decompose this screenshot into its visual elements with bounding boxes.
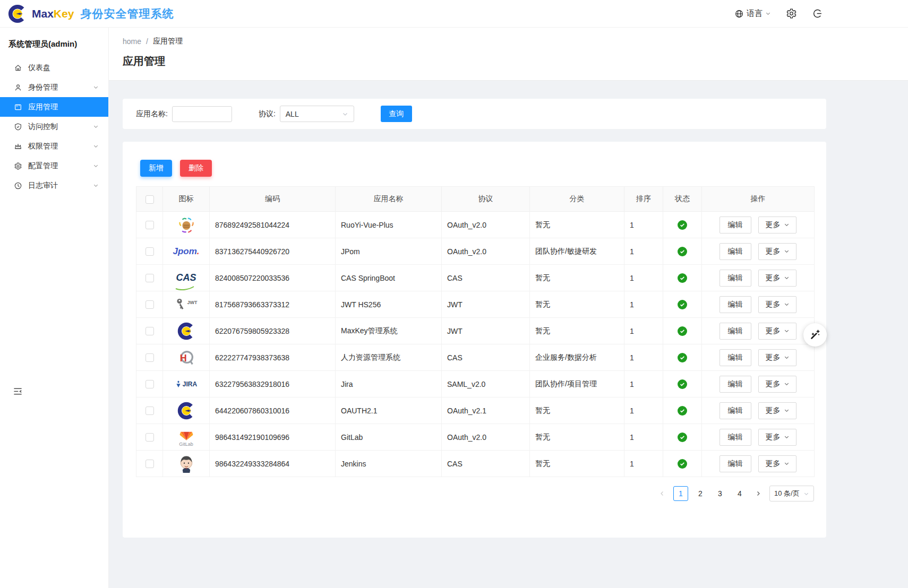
more-button[interactable]: 更多 [758,296,796,313]
edit-button[interactable]: 编辑 [719,402,751,419]
pagination-page-1[interactable]: 1 [673,486,688,501]
chevron-left-icon [659,490,665,497]
row-checkbox[interactable] [145,327,154,335]
more-button[interactable]: 更多 [758,270,796,287]
edit-button[interactable]: 编辑 [719,296,751,313]
pagination-page-4[interactable]: 4 [732,486,747,501]
row-checkbox[interactable] [145,300,154,309]
app-name: 人力资源管理系统 [336,344,442,371]
app-protocol: OAuth_v2.0 [442,212,530,238]
user-icon [14,83,22,92]
app-sort: 1 [624,265,663,291]
more-button[interactable]: 更多 [758,402,796,419]
app-code: 622227747938373638 [210,344,336,371]
row-checkbox[interactable] [145,247,154,256]
pagination-next-button[interactable] [752,486,765,501]
table-row: JIRA 632279563832918016 Jira SAML_v2.0 团… [136,371,815,397]
chevron-down-icon [342,111,348,117]
pagination-page-2[interactable]: 2 [693,486,708,501]
app-code: 824008507220033536 [210,265,336,291]
breadcrumb-home-link[interactable]: home [123,37,141,46]
brand-subtitle: 身份安全管理系统 [80,6,174,21]
app-category: 暂无 [530,424,624,451]
app-sort: 1 [624,318,663,344]
protocol-select[interactable]: ALL [280,106,354,122]
breadcrumb-current: 应用管理 [153,37,183,46]
add-button[interactable]: 新增 [140,160,172,177]
status-enabled-icon [678,326,687,336]
svg-text:H: H [179,352,186,363]
pagination-page-3[interactable]: 3 [713,486,727,501]
edit-button[interactable]: 编辑 [719,349,751,366]
edit-button[interactable]: 编辑 [719,429,751,446]
more-button[interactable]: 更多 [758,429,796,446]
row-checkbox[interactable] [145,433,154,442]
more-button[interactable]: 更多 [758,455,796,472]
app-code: 644220607860310016 [210,397,336,424]
app-protocol: JWT [442,318,530,344]
status-enabled-icon [678,379,687,389]
more-button[interactable]: 更多 [758,217,796,234]
app-sort: 1 [624,451,663,477]
more-button[interactable]: 更多 [758,376,796,393]
row-checkbox[interactable] [145,380,154,388]
ai-assistant-button[interactable] [803,323,827,347]
page-header: home / 应用管理 应用管理 [109,28,908,81]
app-name: JPom [336,238,442,265]
more-button[interactable]: 更多 [758,243,796,260]
sidebar-item-audit-log[interactable]: 日志审计 [0,176,108,195]
status-enabled-icon [678,406,687,416]
edit-button[interactable]: 编辑 [719,243,751,260]
delete-button[interactable]: 删除 [180,160,212,177]
sidebar-item-permissions[interactable]: 权限管理 [0,136,108,156]
chevron-down-icon [93,124,99,129]
sidebar-collapse-button[interactable] [13,386,23,396]
search-button[interactable]: 查询 [381,106,412,122]
pagination-prev-button[interactable] [656,486,669,501]
app-category: 暂无 [530,397,624,424]
header-actions: 语言 [734,8,823,19]
main-content: home / 应用管理 应用管理 应用名称: 协议: ALL 查询 新增 删除 [109,28,908,588]
app-name-filter-input[interactable] [172,106,232,122]
app-protocol: OAuth_v2.0 [442,424,530,451]
more-button[interactable]: 更多 [758,323,796,340]
table-header-row: 图标 编码 应用名称 协议 分类 排序 状态 操作 [136,187,815,212]
sidebar-item-identity[interactable]: 身份管理 [0,77,108,97]
row-checkbox[interactable] [145,460,154,468]
table-row: JWT 817568793663373312 JWT HS256 JWT 暂无 … [136,291,815,318]
table-row: 644220607860310016 OAUTH2.1 OAuth_v2.1 暂… [136,397,815,424]
sidebar-item-configuration[interactable]: 配置管理 [0,156,108,176]
row-checkbox[interactable] [145,274,154,282]
more-button[interactable]: 更多 [758,349,796,366]
table-row: H 622227747938373638 人力资源管理系统 CAS 企业服务/数… [136,344,815,371]
gitlab-app-icon: GitLab [179,427,194,448]
page-size-select[interactable]: 10 条/页 [769,486,814,501]
sidebar-item-applications[interactable]: 应用管理 [0,97,108,117]
edit-button[interactable]: 编辑 [719,217,751,234]
edit-button[interactable]: 编辑 [719,270,751,287]
settings-button[interactable] [786,8,797,19]
current-user-label: 系统管理员(admin) [0,28,108,54]
row-checkbox[interactable] [145,353,154,362]
language-switcher[interactable]: 语言 [734,8,771,19]
language-label: 语言 [747,8,763,19]
logout-button[interactable] [812,8,823,19]
sidebar-item-access-control[interactable]: 访问控制 [0,117,108,136]
row-checkbox[interactable] [145,221,154,229]
filter-panel: 应用名称: 协议: ALL 查询 [123,99,826,129]
app-code: 876892492581044224 [210,212,336,238]
jenkins-app-icon [177,454,196,474]
app-name: Jira [336,371,442,397]
gear-icon [14,162,22,170]
select-all-checkbox[interactable] [145,195,154,204]
gear-icon [786,8,797,19]
edit-button[interactable]: 编辑 [719,455,751,472]
sidebar-item-dashboard[interactable]: 仪表盘 [0,58,108,77]
chevron-down-icon [784,354,790,360]
chevron-down-icon [784,301,790,307]
row-checkbox[interactable] [145,407,154,415]
home-icon [14,64,22,72]
edit-button[interactable]: 编辑 [719,376,751,393]
edit-button[interactable]: 编辑 [719,323,751,340]
column-header-sort: 排序 [624,187,663,212]
